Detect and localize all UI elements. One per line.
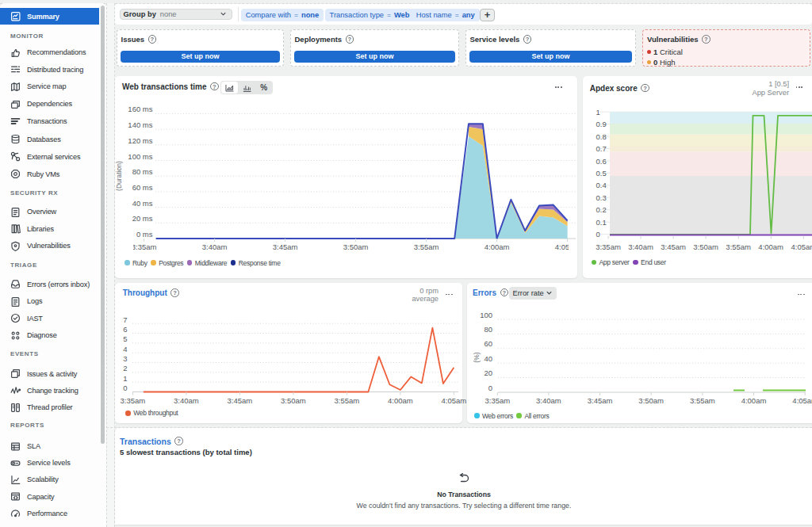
svg-text:1: 1 xyxy=(123,374,127,383)
svg-text:100: 100 xyxy=(480,311,492,319)
svg-text:3:50am: 3:50am xyxy=(343,242,369,251)
svg-text:4:05am: 4:05am xyxy=(442,396,467,405)
svg-text:3:45am: 3:45am xyxy=(661,242,686,251)
svg-text:3: 3 xyxy=(123,354,127,363)
svg-text:3:50am: 3:50am xyxy=(693,242,718,251)
svg-text:3:35am: 3:35am xyxy=(596,242,621,251)
svg-text:100 ms: 100 ms xyxy=(128,152,152,161)
svg-text:3:40am: 3:40am xyxy=(174,396,199,405)
svg-text:120 ms: 120 ms xyxy=(128,136,152,145)
svg-text:3:40am: 3:40am xyxy=(536,396,561,405)
svg-text:4:05am: 4:05am xyxy=(555,242,580,251)
svg-text:0.4: 0.4 xyxy=(596,181,607,189)
svg-text:4: 4 xyxy=(123,345,127,353)
svg-text:3:45am: 3:45am xyxy=(228,396,253,405)
svg-text:0.5: 0.5 xyxy=(596,169,607,178)
svg-text:0: 0 xyxy=(123,384,127,392)
svg-text:3:35am: 3:35am xyxy=(132,242,157,251)
svg-text:20 ms: 20 ms xyxy=(132,214,153,223)
svg-text:4:00am: 4:00am xyxy=(388,396,413,405)
svg-text:0.6: 0.6 xyxy=(596,157,607,166)
svg-text:4:00am: 4:00am xyxy=(485,242,510,251)
svg-text:0.3: 0.3 xyxy=(596,193,607,202)
svg-text:0.1: 0.1 xyxy=(596,218,607,227)
svg-text:40 ms: 40 ms xyxy=(132,199,153,208)
svg-text:60: 60 xyxy=(484,339,492,348)
svg-text:0.8: 0.8 xyxy=(596,132,607,141)
svg-text:4:00am: 4:00am xyxy=(741,396,767,405)
svg-text:3:55am: 3:55am xyxy=(414,242,439,251)
svg-text:7: 7 xyxy=(123,315,127,324)
svg-text:(%): (%) xyxy=(473,352,481,362)
svg-text:5: 5 xyxy=(123,334,127,343)
svg-text:3:55am: 3:55am xyxy=(726,242,751,251)
svg-text:3:50am: 3:50am xyxy=(638,396,664,405)
svg-text:0: 0 xyxy=(596,230,600,239)
svg-text:160 ms: 160 ms xyxy=(128,105,152,113)
svg-text:3:50am: 3:50am xyxy=(281,396,306,405)
svg-text:0.7: 0.7 xyxy=(596,144,607,153)
svg-text:1: 1 xyxy=(596,108,600,116)
svg-text:3:45am: 3:45am xyxy=(588,396,613,405)
svg-text:(Duration): (Duration) xyxy=(115,161,123,191)
svg-text:140 ms: 140 ms xyxy=(128,120,152,129)
svg-text:3:35am: 3:35am xyxy=(121,396,146,405)
svg-text:0: 0 xyxy=(488,384,492,392)
svg-text:80: 80 xyxy=(484,325,492,334)
svg-text:3:55am: 3:55am xyxy=(690,396,715,405)
svg-text:40: 40 xyxy=(484,354,492,363)
svg-text:0.2: 0.2 xyxy=(596,205,607,214)
svg-text:3:35am: 3:35am xyxy=(485,396,510,405)
svg-text:0 ms: 0 ms xyxy=(136,230,153,239)
svg-text:60 ms: 60 ms xyxy=(132,183,153,192)
svg-text:4:00am: 4:00am xyxy=(758,242,783,251)
svg-text:2: 2 xyxy=(123,364,127,372)
svg-text:3:45am: 3:45am xyxy=(273,242,298,251)
svg-text:6: 6 xyxy=(123,325,127,334)
svg-text:0.9: 0.9 xyxy=(596,120,607,128)
svg-text:4:05am: 4:05am xyxy=(791,242,812,251)
svg-text:3:55am: 3:55am xyxy=(335,396,360,405)
svg-text:3:40am: 3:40am xyxy=(628,242,653,251)
svg-text:4:05am: 4:05am xyxy=(792,396,812,405)
svg-text:3:40am: 3:40am xyxy=(202,242,228,251)
svg-text:80 ms: 80 ms xyxy=(132,167,153,176)
svg-text:20: 20 xyxy=(484,369,492,377)
